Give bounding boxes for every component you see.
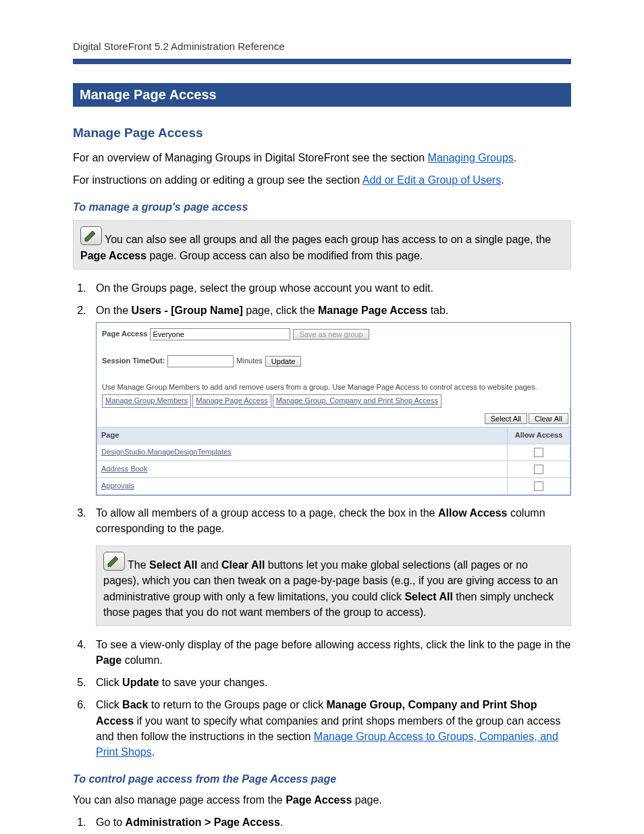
link-managing-groups[interactable]: Managing Groups [428,152,514,163]
col-header-page: Page [97,427,508,444]
note-text: page. Group access can also be modified … [146,250,423,261]
text: The [128,559,149,571]
ui-help-text: Use Manage Group Members to add and remo… [102,382,565,393]
text: to return to the Groups page or click [148,699,326,710]
bold: Back [122,699,148,710]
allow-checkbox[interactable] [534,481,543,491]
step-2: On the Users - [Group Name] page, click … [89,303,571,496]
clear-all-button[interactable]: Clear All [529,413,568,424]
steps-list-2: Go to Administration > Page Access. [73,814,571,830]
text: page. [352,794,381,806]
text: to save your changes. [159,677,267,688]
minutes-label: Minutes [236,356,263,367]
note-text: You can also see all groups and all the … [105,234,551,245]
bold: Select All [149,559,197,571]
bold: Allow Access [438,507,508,519]
bold: Clear All [221,559,265,571]
pencil-note-icon [80,226,102,245]
text: and [197,559,221,571]
text: . [152,746,155,758]
bold: Select All [404,591,452,602]
step-4: To see a view-only display of the page b… [89,637,571,668]
col-header-allow: Allow Access [508,427,570,444]
subheading-control: To control page access from the Page Acc… [73,773,571,785]
session-timeout-label: Session TimeOut: [102,356,165,367]
allow-checkbox[interactable] [534,465,543,474]
section-title-bar: Manage Page Access [73,83,571,107]
text: To see a view-only display of the page b… [96,639,571,650]
table-row: Approvals [97,477,570,494]
text: . [280,816,283,828]
bold: Page [96,654,122,666]
bold: Administration > Page Access [126,816,280,828]
note-box-1: You can also see all groups and all the … [73,220,571,269]
page-access-table: Page Allow Access DesignStudio.ManageDes… [97,427,570,495]
text: page, click the [243,305,318,316]
intro-para-1: For an overview of Managing Groups in Di… [73,150,571,165]
page-link[interactable]: DesignStudio.ManageDesignTemplates [101,448,232,456]
table-row: DesignStudio.ManageDesignTemplates [97,444,570,461]
bold: Manage Page Access [318,305,427,316]
tab-manage-group-members[interactable]: Manage Group Members [102,394,191,408]
ui-screenshot-panel: Page Access Save as new group Session Ti… [96,322,571,496]
tab-manage-page-access[interactable]: Manage Page Access [192,394,271,408]
ui-tabs: Manage Group Members Manage Page Access … [102,394,565,408]
page-link[interactable]: Address Book [101,465,147,473]
step-b1: Go to Administration > Page Access. [89,814,571,830]
save-as-new-group-button[interactable]: Save as new group [293,329,369,340]
page-access-label: Page Access [102,329,147,340]
text: For an overview of Managing Groups in Di… [73,152,428,163]
text: Go to [96,816,126,828]
session-timeout-input[interactable] [167,355,234,367]
note-bold: Page Access [80,250,146,261]
note-box-2: The Select All and Clear All buttons let… [96,546,571,626]
step-3: To allow all members of a group access t… [89,505,571,626]
bold: Page Access [286,794,352,806]
tab-manage-group-company-print[interactable]: Manage Group, Company and Print Shop Acc… [273,394,441,408]
step-1: On the Groups page, select the group who… [89,280,571,296]
page-title: Manage Page Access [73,126,571,140]
group-name-input[interactable] [150,328,290,340]
text: column. [122,654,162,666]
step-6: Click Back to return to the Groups page … [89,697,571,760]
header-rule [73,59,571,64]
pencil-note-icon [103,552,125,571]
text: Click [96,677,122,688]
page-link[interactable]: Approvals [101,481,134,490]
text: For instructions on adding or editing a … [73,174,363,186]
table-row: Address Book [97,461,570,477]
intro-para-2: For instructions on adding or editing a … [73,172,571,188]
text: tab. [427,305,448,316]
text: You can also manage page access from the [73,794,286,806]
subheading-manage: To manage a group's page access [73,201,571,213]
allow-checkbox[interactable] [534,448,543,457]
select-all-button[interactable]: Select All [485,413,527,424]
text: . [501,174,504,186]
bold: Update [122,677,159,688]
steps-list-1: On the Groups page, select the group who… [73,280,571,760]
text: On the [96,305,131,316]
text: Click [96,699,122,710]
bold: Users - [Group Name] [131,305,242,316]
update-button[interactable]: Update [265,356,301,367]
para-3: You can also manage page access from the… [73,792,571,808]
step-5: Click Update to save your changes. [89,675,571,690]
doc-header: Digital StoreFront 5.2 Administration Re… [73,41,571,52]
link-add-edit-group[interactable]: Add or Edit a Group of Users [363,174,501,186]
text: To allow all members of a group access t… [96,507,438,519]
text: . [514,152,516,163]
